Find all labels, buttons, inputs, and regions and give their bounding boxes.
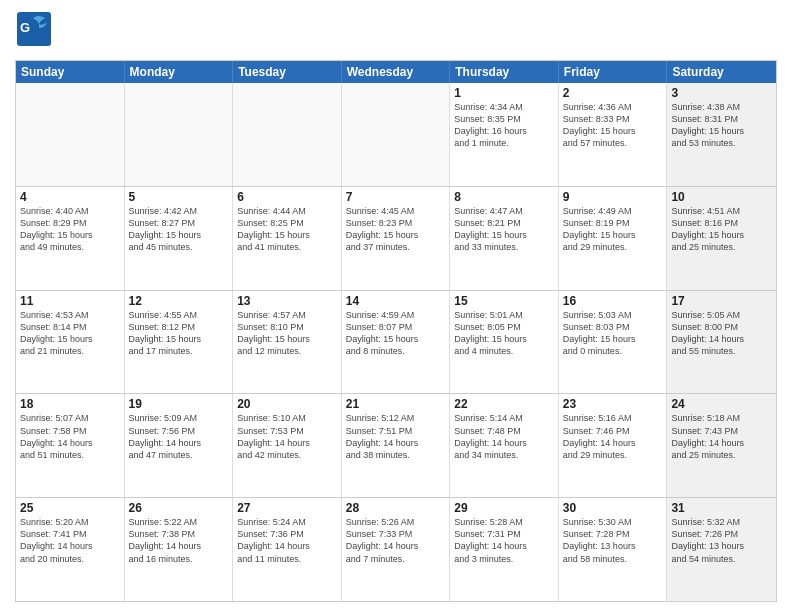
calendar-cell: 1Sunrise: 4:34 AMSunset: 8:35 PMDaylight… <box>450 83 559 186</box>
calendar-cell <box>125 83 234 186</box>
calendar-cell: 30Sunrise: 5:30 AMSunset: 7:28 PMDayligh… <box>559 498 668 601</box>
day-info: Sunrise: 5:24 AMSunset: 7:36 PMDaylight:… <box>237 516 337 565</box>
day-number: 9 <box>563 190 663 204</box>
day-number: 3 <box>671 86 772 100</box>
calendar-cell: 19Sunrise: 5:09 AMSunset: 7:56 PMDayligh… <box>125 394 234 497</box>
day-number: 22 <box>454 397 554 411</box>
day-info: Sunrise: 4:45 AMSunset: 8:23 PMDaylight:… <box>346 205 446 254</box>
day-number: 10 <box>671 190 772 204</box>
day-number: 25 <box>20 501 120 515</box>
header-cell-thursday: Thursday <box>450 61 559 83</box>
logo: G <box>15 10 59 52</box>
calendar-cell <box>342 83 451 186</box>
calendar-cell <box>233 83 342 186</box>
calendar-cell: 20Sunrise: 5:10 AMSunset: 7:53 PMDayligh… <box>233 394 342 497</box>
day-number: 13 <box>237 294 337 308</box>
day-number: 29 <box>454 501 554 515</box>
calendar-cell: 9Sunrise: 4:49 AMSunset: 8:19 PMDaylight… <box>559 187 668 290</box>
calendar: SundayMondayTuesdayWednesdayThursdayFrid… <box>15 60 777 602</box>
day-info: Sunrise: 4:51 AMSunset: 8:16 PMDaylight:… <box>671 205 772 254</box>
calendar-cell: 28Sunrise: 5:26 AMSunset: 7:33 PMDayligh… <box>342 498 451 601</box>
day-number: 2 <box>563 86 663 100</box>
day-info: Sunrise: 5:12 AMSunset: 7:51 PMDaylight:… <box>346 412 446 461</box>
day-number: 11 <box>20 294 120 308</box>
day-info: Sunrise: 5:10 AMSunset: 7:53 PMDaylight:… <box>237 412 337 461</box>
day-number: 27 <box>237 501 337 515</box>
header-cell-saturday: Saturday <box>667 61 776 83</box>
day-number: 18 <box>20 397 120 411</box>
day-info: Sunrise: 4:55 AMSunset: 8:12 PMDaylight:… <box>129 309 229 358</box>
calendar-cell: 23Sunrise: 5:16 AMSunset: 7:46 PMDayligh… <box>559 394 668 497</box>
calendar-cell: 21Sunrise: 5:12 AMSunset: 7:51 PMDayligh… <box>342 394 451 497</box>
day-number: 24 <box>671 397 772 411</box>
header: G <box>15 10 777 52</box>
day-number: 4 <box>20 190 120 204</box>
calendar-cell: 4Sunrise: 4:40 AMSunset: 8:29 PMDaylight… <box>16 187 125 290</box>
day-info: Sunrise: 5:05 AMSunset: 8:00 PMDaylight:… <box>671 309 772 358</box>
header-cell-monday: Monday <box>125 61 234 83</box>
day-number: 20 <box>237 397 337 411</box>
calendar-cell: 31Sunrise: 5:32 AMSunset: 7:26 PMDayligh… <box>667 498 776 601</box>
calendar-cell: 2Sunrise: 4:36 AMSunset: 8:33 PMDaylight… <box>559 83 668 186</box>
calendar-cell: 11Sunrise: 4:53 AMSunset: 8:14 PMDayligh… <box>16 291 125 394</box>
calendar-cell: 18Sunrise: 5:07 AMSunset: 7:58 PMDayligh… <box>16 394 125 497</box>
day-info: Sunrise: 4:57 AMSunset: 8:10 PMDaylight:… <box>237 309 337 358</box>
calendar-cell: 7Sunrise: 4:45 AMSunset: 8:23 PMDaylight… <box>342 187 451 290</box>
calendar-cell: 10Sunrise: 4:51 AMSunset: 8:16 PMDayligh… <box>667 187 776 290</box>
day-info: Sunrise: 5:03 AMSunset: 8:03 PMDaylight:… <box>563 309 663 358</box>
calendar-cell: 8Sunrise: 4:47 AMSunset: 8:21 PMDaylight… <box>450 187 559 290</box>
day-number: 23 <box>563 397 663 411</box>
calendar-week-5: 25Sunrise: 5:20 AMSunset: 7:41 PMDayligh… <box>16 497 776 601</box>
day-info: Sunrise: 4:49 AMSunset: 8:19 PMDaylight:… <box>563 205 663 254</box>
day-number: 1 <box>454 86 554 100</box>
day-number: 30 <box>563 501 663 515</box>
day-info: Sunrise: 4:36 AMSunset: 8:33 PMDaylight:… <box>563 101 663 150</box>
day-number: 7 <box>346 190 446 204</box>
calendar-cell: 25Sunrise: 5:20 AMSunset: 7:41 PMDayligh… <box>16 498 125 601</box>
day-info: Sunrise: 5:16 AMSunset: 7:46 PMDaylight:… <box>563 412 663 461</box>
calendar-cell: 15Sunrise: 5:01 AMSunset: 8:05 PMDayligh… <box>450 291 559 394</box>
svg-text:G: G <box>20 20 30 35</box>
day-number: 16 <box>563 294 663 308</box>
calendar-body: 1Sunrise: 4:34 AMSunset: 8:35 PMDaylight… <box>16 83 776 601</box>
calendar-cell: 6Sunrise: 4:44 AMSunset: 8:25 PMDaylight… <box>233 187 342 290</box>
day-info: Sunrise: 4:53 AMSunset: 8:14 PMDaylight:… <box>20 309 120 358</box>
day-info: Sunrise: 4:40 AMSunset: 8:29 PMDaylight:… <box>20 205 120 254</box>
day-number: 26 <box>129 501 229 515</box>
calendar-cell: 17Sunrise: 5:05 AMSunset: 8:00 PMDayligh… <box>667 291 776 394</box>
day-info: Sunrise: 5:22 AMSunset: 7:38 PMDaylight:… <box>129 516 229 565</box>
calendar-cell: 3Sunrise: 4:38 AMSunset: 8:31 PMDaylight… <box>667 83 776 186</box>
calendar-week-1: 1Sunrise: 4:34 AMSunset: 8:35 PMDaylight… <box>16 83 776 186</box>
calendar-cell: 26Sunrise: 5:22 AMSunset: 7:38 PMDayligh… <box>125 498 234 601</box>
day-info: Sunrise: 5:32 AMSunset: 7:26 PMDaylight:… <box>671 516 772 565</box>
day-info: Sunrise: 4:34 AMSunset: 8:35 PMDaylight:… <box>454 101 554 150</box>
day-number: 12 <box>129 294 229 308</box>
calendar-header: SundayMondayTuesdayWednesdayThursdayFrid… <box>16 61 776 83</box>
day-info: Sunrise: 4:42 AMSunset: 8:27 PMDaylight:… <box>129 205 229 254</box>
calendar-week-3: 11Sunrise: 4:53 AMSunset: 8:14 PMDayligh… <box>16 290 776 394</box>
day-info: Sunrise: 4:47 AMSunset: 8:21 PMDaylight:… <box>454 205 554 254</box>
calendar-week-4: 18Sunrise: 5:07 AMSunset: 7:58 PMDayligh… <box>16 393 776 497</box>
day-info: Sunrise: 4:44 AMSunset: 8:25 PMDaylight:… <box>237 205 337 254</box>
day-info: Sunrise: 5:09 AMSunset: 7:56 PMDaylight:… <box>129 412 229 461</box>
calendar-cell: 5Sunrise: 4:42 AMSunset: 8:27 PMDaylight… <box>125 187 234 290</box>
calendar-cell: 14Sunrise: 4:59 AMSunset: 8:07 PMDayligh… <box>342 291 451 394</box>
day-number: 28 <box>346 501 446 515</box>
calendar-cell: 27Sunrise: 5:24 AMSunset: 7:36 PMDayligh… <box>233 498 342 601</box>
day-number: 6 <box>237 190 337 204</box>
day-number: 5 <box>129 190 229 204</box>
day-info: Sunrise: 5:26 AMSunset: 7:33 PMDaylight:… <box>346 516 446 565</box>
header-cell-wednesday: Wednesday <box>342 61 451 83</box>
calendar-cell: 13Sunrise: 4:57 AMSunset: 8:10 PMDayligh… <box>233 291 342 394</box>
calendar-week-2: 4Sunrise: 4:40 AMSunset: 8:29 PMDaylight… <box>16 186 776 290</box>
day-info: Sunrise: 5:30 AMSunset: 7:28 PMDaylight:… <box>563 516 663 565</box>
calendar-cell: 24Sunrise: 5:18 AMSunset: 7:43 PMDayligh… <box>667 394 776 497</box>
calendar-cell: 22Sunrise: 5:14 AMSunset: 7:48 PMDayligh… <box>450 394 559 497</box>
day-number: 31 <box>671 501 772 515</box>
logo-icon: G <box>15 10 53 52</box>
calendar-cell: 29Sunrise: 5:28 AMSunset: 7:31 PMDayligh… <box>450 498 559 601</box>
day-number: 21 <box>346 397 446 411</box>
day-info: Sunrise: 4:59 AMSunset: 8:07 PMDaylight:… <box>346 309 446 358</box>
header-cell-tuesday: Tuesday <box>233 61 342 83</box>
day-info: Sunrise: 4:38 AMSunset: 8:31 PMDaylight:… <box>671 101 772 150</box>
